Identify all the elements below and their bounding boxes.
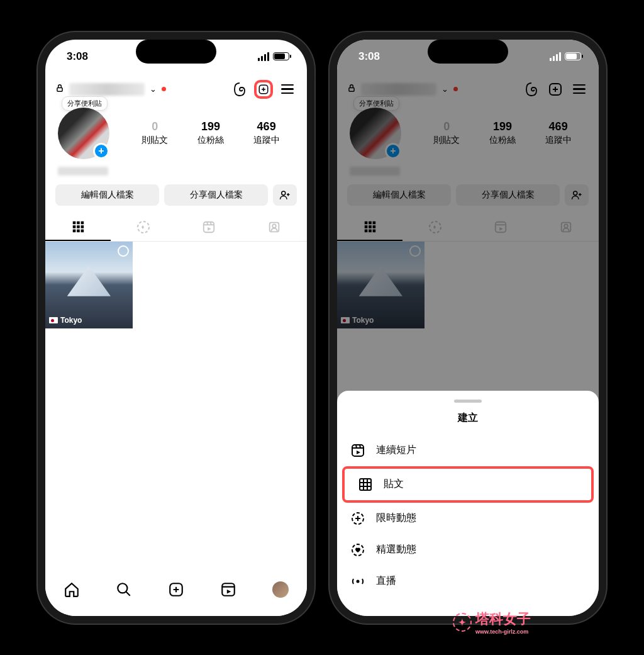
highlight-marker-icon [118,245,129,257]
svg-point-26 [118,583,127,593]
lock-icon [55,83,64,96]
threads-icon[interactable] [230,80,249,99]
home-icon [64,581,80,598]
lock-icon [347,83,356,96]
sheet-item-label: 直播 [376,574,396,588]
search-icon [116,581,132,598]
phone-right: 3:08 0 ⌄ [330,32,606,624]
svg-rect-2 [57,87,62,91]
nav-profile[interactable] [272,581,289,598]
grid-post-item[interactable]: Tokyo [337,242,425,329]
profile-avatar[interactable]: + [350,108,401,159]
posts-grid: Tokyo [45,242,307,329]
svg-rect-13 [77,225,80,228]
svg-point-6 [282,191,286,195]
edit-profile-button[interactable]: 編輯個人檔案 [55,184,159,206]
stat-following-value: 469 [253,120,280,133]
create-button[interactable] [254,80,273,99]
bottom-nav [45,573,307,616]
stat-posts[interactable]: 0 則貼文 [142,120,168,146]
stat-followers-value: 199 [489,120,516,133]
stat-followers[interactable]: 199 位粉絲 [197,120,224,146]
svg-rect-15 [73,229,76,232]
discover-people-button[interactable] [273,184,297,206]
tab-tagged[interactable] [533,213,599,241]
tab-tagged[interactable] [242,213,307,241]
add-story-plus-icon[interactable]: + [385,143,401,159]
avatar-container[interactable]: 分享便利貼 + [350,108,406,159]
edit-profile-button[interactable]: 編輯個人檔案 [347,184,451,206]
share-profile-button[interactable]: 分享個人檔案 [164,184,268,206]
tab-grid[interactable] [45,213,111,241]
tab-grid[interactable] [337,213,402,241]
username-dropdown[interactable] [69,83,145,96]
svg-line-60 [356,445,357,448]
tab-highlights[interactable] [111,213,176,241]
sheet-drag-handle[interactable] [454,400,482,403]
add-story-plus-icon[interactable]: + [93,143,109,159]
stat-following[interactable]: 469 追蹤中 [253,120,280,146]
svg-rect-11 [81,221,84,224]
stat-followers[interactable]: 199 位粉絲 [489,120,516,146]
highlight-heart-icon [350,542,366,558]
menu-button[interactable] [278,80,297,99]
svg-rect-50 [369,229,372,232]
sheet-item-live[interactable]: 直播 [337,566,599,597]
chevron-down-icon: ⌄ [150,84,157,94]
share-profile-button[interactable]: 分享個人檔案 [456,184,560,206]
svg-rect-12 [73,225,76,228]
profile-stats-row: 分享便利貼 + 0 則貼文 199 位粉絲 469 追蹤中 [45,105,307,165]
grid-post-item[interactable]: Tokyo [45,242,133,329]
nav-create[interactable] [167,581,185,598]
sheet-item-story[interactable]: 限時動態 [337,503,599,534]
sheet-item-reel[interactable]: 連續短片 [337,435,599,466]
tagged-icon [559,220,573,234]
sheet-item-label: 限時動態 [376,512,416,525]
create-bottom-sheet[interactable]: 建立 連續短片 貼文 限時動態 [337,391,599,616]
svg-rect-19 [204,221,214,232]
sheet-item-highlight[interactable]: 精選動態 [337,534,599,566]
tab-reels[interactable] [468,213,533,241]
menu-button[interactable] [570,80,589,99]
nav-home[interactable] [63,581,80,598]
signal-icon [258,52,269,61]
profile-stats-row: 分享便利貼 + 0 則貼文 199 位粉絲 469 追蹤中 [337,105,599,165]
nav-reels[interactable] [219,581,237,598]
username-dropdown[interactable] [361,83,436,96]
sheet-item-label: 精選動態 [376,543,416,556]
nav-search[interactable] [115,581,133,598]
watermark-icon: ✦ [453,613,472,632]
svg-point-25 [272,224,276,228]
grid-icon [363,220,377,233]
avatar-container[interactable]: 分享便利貼 + [58,108,114,159]
watermark: ✦ 塔科女子 www.tech-girlz.com [453,610,531,635]
stat-following[interactable]: 469 追蹤中 [545,120,572,146]
svg-point-40 [574,191,577,195]
svg-rect-45 [373,221,376,224]
svg-rect-16 [77,229,80,232]
plus-square-icon [168,581,184,598]
threads-icon[interactable] [522,80,541,99]
svg-marker-62 [357,451,360,454]
sheet-item-label: 連續短片 [376,444,416,457]
stat-posts-label: 則貼文 [142,135,168,146]
tab-highlights[interactable] [402,213,468,241]
stat-posts[interactable]: 0 則貼文 [433,120,460,146]
post-location-label: Tokyo [341,316,374,325]
svg-rect-14 [81,225,84,228]
create-button[interactable] [546,80,565,99]
chevron-down-icon: ⌄ [441,84,448,94]
profile-avatar[interactable]: + [58,108,109,159]
svg-marker-33 [227,590,231,594]
discover-people-button[interactable] [565,184,589,206]
notification-dot [162,87,166,91]
highlight-circle-icon [428,220,443,235]
display-name [337,165,599,177]
tab-reels[interactable] [176,213,242,241]
sheet-item-post[interactable]: 貼文 [342,466,594,503]
svg-line-61 [360,445,360,448]
svg-line-27 [126,591,130,596]
story-plus-icon [350,510,366,527]
phone-screen-right: 3:08 0 ⌄ [337,40,599,616]
live-broadcast-icon [350,573,366,590]
